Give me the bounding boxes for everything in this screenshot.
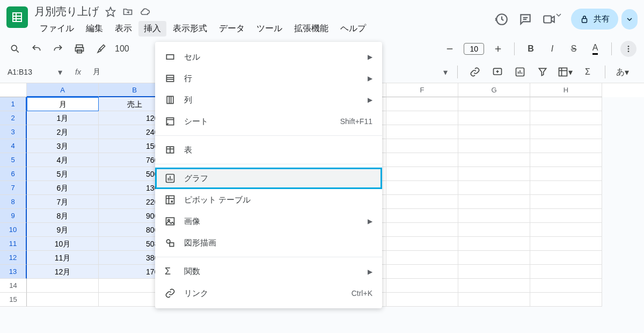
text-color-button[interactable]: A xyxy=(588,41,603,56)
select-all-corner[interactable] xyxy=(0,83,27,97)
search-icon[interactable] xyxy=(8,41,23,56)
cell[interactable] xyxy=(386,153,458,167)
cell[interactable] xyxy=(458,279,530,293)
name-box[interactable] xyxy=(8,68,50,76)
row-header[interactable]: 11 xyxy=(0,237,27,251)
column-header[interactable]: A xyxy=(27,83,99,97)
cell[interactable]: 3月 xyxy=(27,139,99,153)
menu-データ[interactable]: データ xyxy=(214,21,250,37)
cell[interactable] xyxy=(530,125,602,139)
cell[interactable] xyxy=(386,139,458,153)
menu-ファイル[interactable]: ファイル xyxy=(34,21,79,37)
cell[interactable] xyxy=(458,181,530,195)
cell[interactable] xyxy=(458,251,530,265)
cell[interactable] xyxy=(530,209,602,223)
zoom-value[interactable]: 100 xyxy=(115,44,129,54)
font-size-input[interactable]: 10 xyxy=(464,43,484,55)
row-header[interactable]: 9 xyxy=(0,209,27,223)
cell[interactable] xyxy=(530,265,602,279)
menu-挿入[interactable]: 挿入 xyxy=(138,21,166,37)
cell[interactable] xyxy=(386,111,458,125)
italic-button[interactable]: I xyxy=(545,41,560,56)
cell[interactable] xyxy=(530,237,602,251)
move-folder-icon[interactable] xyxy=(122,6,133,17)
menu-表示形式[interactable]: 表示形式 xyxy=(167,21,213,37)
cell[interactable]: 2月 xyxy=(27,125,99,139)
row-header[interactable]: 12 xyxy=(0,251,27,265)
cell[interactable] xyxy=(458,209,530,223)
cell[interactable] xyxy=(530,139,602,153)
cell[interactable] xyxy=(386,125,458,139)
cell[interactable]: 1月 xyxy=(27,111,99,125)
table-calc-icon[interactable]: ▾ xyxy=(558,64,573,79)
row-header[interactable]: 3 xyxy=(0,125,27,139)
row-header[interactable]: 4 xyxy=(0,139,27,153)
cell[interactable] xyxy=(458,111,530,125)
sigma-icon[interactable]: Σ xyxy=(580,64,595,79)
row-header[interactable]: 8 xyxy=(0,195,27,209)
cell[interactable] xyxy=(530,153,602,167)
cell[interactable] xyxy=(530,195,602,209)
cell[interactable]: 11月 xyxy=(27,251,99,265)
cell[interactable] xyxy=(386,237,458,251)
row-header[interactable]: 1 xyxy=(0,97,27,111)
insert-chart-icon[interactable] xyxy=(513,64,528,79)
menu-表示[interactable]: 表示 xyxy=(109,21,137,37)
sheets-logo[interactable] xyxy=(6,6,28,28)
column-header[interactable]: F xyxy=(386,83,458,97)
column-header[interactable]: G xyxy=(458,83,530,97)
cell[interactable] xyxy=(530,251,602,265)
cell[interactable] xyxy=(530,279,602,293)
menu-ヘルプ[interactable]: ヘルプ xyxy=(335,21,371,37)
cell[interactable] xyxy=(530,293,602,307)
cell[interactable] xyxy=(386,195,458,209)
cell[interactable] xyxy=(530,167,602,181)
menu-編集[interactable]: 編集 xyxy=(80,21,108,37)
row-header[interactable]: 2 xyxy=(0,111,27,125)
menu-item-図形描画[interactable]: 図形描画 xyxy=(155,232,382,254)
cell[interactable]: 12月 xyxy=(27,265,99,279)
menu-item-シート[interactable]: シートShift+F11 xyxy=(155,111,382,132)
minus-icon[interactable] xyxy=(442,41,457,56)
more-toolbar-icon[interactable] xyxy=(620,41,636,57)
cell[interactable] xyxy=(530,97,602,111)
plus-icon[interactable] xyxy=(491,41,506,56)
cell[interactable] xyxy=(386,251,458,265)
cell[interactable] xyxy=(386,209,458,223)
cell[interactable] xyxy=(386,223,458,237)
print-icon[interactable] xyxy=(72,41,87,56)
cell[interactable] xyxy=(27,279,99,293)
cell[interactable] xyxy=(458,125,530,139)
star-icon[interactable] xyxy=(105,6,116,17)
row-header[interactable]: 15 xyxy=(0,293,27,307)
menu-ツール[interactable]: ツール xyxy=(251,21,288,37)
share-button[interactable]: 共有 xyxy=(571,9,618,30)
cell[interactable] xyxy=(458,265,530,279)
toolbar2-dropdown-icon[interactable]: ▾ xyxy=(443,67,448,77)
meet-icon[interactable] xyxy=(542,12,561,26)
cell[interactable]: 6月 xyxy=(27,181,99,195)
insert-comment-icon[interactable] xyxy=(490,64,505,79)
cell[interactable] xyxy=(458,293,530,307)
cell[interactable]: 5月 xyxy=(27,167,99,181)
cell[interactable] xyxy=(386,167,458,181)
share-dropdown[interactable] xyxy=(621,9,638,30)
menu-item-列[interactable]: 列▶ xyxy=(155,89,382,111)
cell[interactable] xyxy=(386,265,458,279)
filter-icon[interactable] xyxy=(535,64,550,79)
cell[interactable]: 9月 xyxy=(27,223,99,237)
history-icon[interactable] xyxy=(495,12,509,26)
cell[interactable] xyxy=(27,293,99,307)
cell[interactable] xyxy=(530,111,602,125)
column-header[interactable]: H xyxy=(530,83,602,97)
document-title[interactable]: 月別売り上げ xyxy=(34,4,99,19)
row-header[interactable]: 6 xyxy=(0,167,27,181)
insert-link-icon[interactable] xyxy=(467,64,482,79)
cell[interactable] xyxy=(458,237,530,251)
row-header[interactable]: 10 xyxy=(0,223,27,237)
menu-拡張機能[interactable]: 拡張機能 xyxy=(289,21,334,37)
cell[interactable] xyxy=(386,293,458,307)
cell[interactable] xyxy=(458,195,530,209)
menu-item-ピボット テーブル[interactable]: ピボット テーブル xyxy=(155,189,382,211)
menu-item-画像[interactable]: 画像▶ xyxy=(155,211,382,232)
